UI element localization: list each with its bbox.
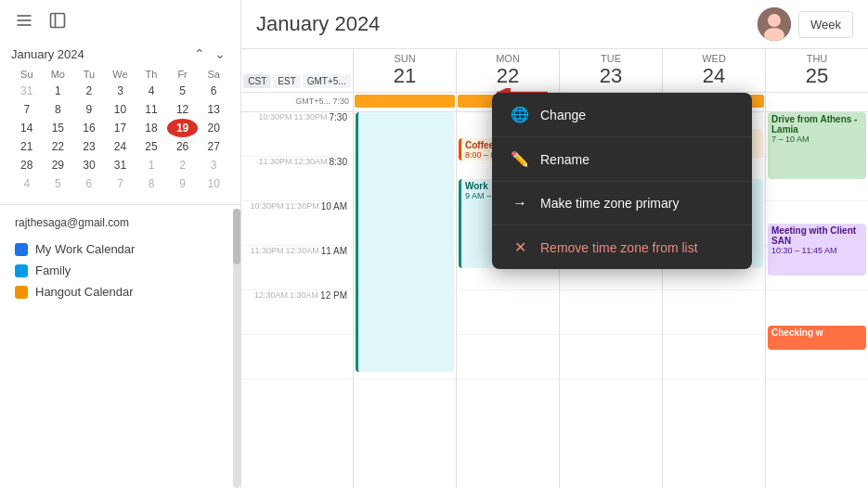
time-est-10: 12:30AM (286, 246, 319, 255)
event-checking[interactable]: Checking w (768, 326, 866, 350)
panel-toggle-button[interactable] (45, 7, 71, 33)
tz-cst-label[interactable]: CST (243, 74, 271, 88)
calendar-day-cell[interactable]: 28 (11, 156, 43, 174)
tz-est-label[interactable]: EST (273, 74, 300, 88)
mini-cal-title: January 2024 (11, 47, 84, 61)
calendar-day-cell[interactable]: 5 (43, 174, 74, 193)
time-gmt-11: 12 PM (320, 290, 347, 301)
calendar-day-cell[interactable]: 7 (105, 174, 136, 193)
event-sun-work[interactable] (356, 112, 454, 372)
calendar-week-row: 31123456 (11, 82, 229, 100)
day-number-label[interactable]: 22 (459, 64, 557, 88)
collapse-sidebar-button[interactable] (11, 7, 37, 33)
calendar-day-cell[interactable]: 4 (136, 82, 167, 100)
calendar-day-cell[interactable]: 2 (167, 156, 199, 174)
time-est-8: 12:30AM (294, 157, 328, 166)
time-est-11: 1:30AM (290, 290, 318, 300)
prev-month-button[interactable]: ⌃ (190, 45, 209, 63)
calendar-item[interactable]: Family (15, 260, 226, 281)
mini-cal-header: January 2024 ⌃ ⌄ (11, 45, 229, 63)
day-number-label[interactable]: 25 (768, 64, 866, 88)
day-number-label[interactable]: 21 (356, 64, 454, 88)
calendar-day-cell[interactable]: 14 (11, 119, 43, 137)
calendar-day-cell[interactable]: 22 (43, 137, 74, 156)
event-drive-athens[interactable]: Drive from Athens - Lamia 7 – 10 AM (768, 112, 866, 179)
calendar-day-cell[interactable]: 18 (136, 119, 167, 137)
calendar-day-cell[interactable]: 10 (198, 174, 229, 193)
calendar-day-cell[interactable]: 17 (105, 119, 136, 137)
event-meeting-client-san[interactable]: Meeting with Client SAN 10:30 – 11:45 AM (768, 224, 866, 276)
tz-gmt-label[interactable]: GMT+5... (303, 74, 351, 88)
calendar-day-cell[interactable]: 27 (198, 137, 229, 156)
context-menu-rename[interactable]: ✏️ Rename (492, 137, 752, 182)
calendar-day-cell[interactable]: 6 (73, 174, 105, 193)
calendar-day-cell[interactable]: 9 (167, 174, 199, 193)
calendar-day-cell[interactable]: 4 (11, 174, 43, 193)
svg-rect-0 (18, 15, 32, 17)
calendar-day-cell[interactable]: 19 (167, 119, 199, 137)
allday-thu (765, 93, 868, 111)
calendar-day-cell[interactable]: 15 (43, 119, 74, 137)
time-slot-1200 (241, 335, 353, 379)
calendar-day-cell[interactable]: 8 (43, 100, 74, 119)
next-month-button[interactable]: ⌄ (211, 45, 229, 63)
calendar-day-cell[interactable]: 21 (11, 137, 43, 156)
calendar-day-cell[interactable]: 24 (105, 137, 136, 156)
day-number-label[interactable]: 23 (562, 64, 660, 88)
sidebar-scroll[interactable]: rajthesaga@gmail.com My Work CalendarFam… (0, 209, 240, 488)
calendar-day-cell[interactable]: 6 (198, 82, 229, 100)
context-menu-make-primary[interactable]: → Make time zone primary (492, 182, 752, 225)
year-label: 2024 (334, 12, 380, 35)
calendar-label: My Work Calendar (35, 242, 135, 256)
avatar[interactable] (758, 7, 791, 41)
calendar-day-cell[interactable]: 29 (43, 156, 74, 174)
time-cst: 10:30PM (258, 112, 291, 122)
calendar-day-cell[interactable]: 7 (11, 100, 43, 119)
sidebar-email: rajthesaga@gmail.com (15, 216, 226, 229)
calendar-day-cell[interactable]: 25 (136, 137, 167, 156)
mini-cal-grid: SuMoTuWeThFrSa 3112345678910111213141516… (11, 67, 229, 193)
context-menu-change[interactable]: 🌐 Change (492, 93, 752, 137)
calendar-day-cell[interactable]: 5 (167, 82, 199, 100)
calendar-day-cell[interactable]: 31 (105, 156, 136, 174)
calendar-day-cell[interactable]: 3 (198, 156, 229, 174)
calendar-day-cell[interactable]: 23 (73, 137, 105, 156)
calendar-day-cell[interactable]: 3 (105, 82, 136, 100)
time-cst-10: 11:30PM (251, 246, 284, 255)
day-number-label[interactable]: 24 (665, 64, 763, 88)
cal-day-header: Th (136, 67, 167, 82)
calendar-day-cell[interactable]: 11 (136, 100, 167, 119)
week-view-button[interactable]: Week (798, 11, 853, 38)
calendar-day-cell[interactable]: 26 (167, 137, 199, 156)
calendar-day-cell[interactable]: 12 (167, 100, 199, 119)
calendar-day-cell[interactable]: 9 (73, 100, 105, 119)
calendar-item[interactable]: Hangout Calendar (15, 281, 226, 302)
day-col-header-25: THU25 (765, 49, 868, 92)
sidebar-top-icons (0, 0, 240, 41)
time-est: 11:30PM (294, 112, 328, 122)
calendar-day-cell[interactable]: 13 (198, 100, 229, 119)
calendar-day-cell[interactable]: 30 (73, 156, 105, 174)
day-name-label: SUN (356, 53, 454, 64)
context-menu-rename-label: Rename (540, 152, 589, 167)
calendar-day-cell[interactable]: 1 (43, 82, 74, 100)
day-col-header-23: TUE23 (559, 49, 662, 92)
cal-day-header: Tu (73, 67, 105, 82)
day-name-label: TUE (562, 53, 660, 64)
main-area: January 2024 Week CST EST GMT+5... SUN21… (241, 0, 868, 488)
globe-icon: 🌐 (511, 106, 529, 123)
calendar-day-cell[interactable]: 31 (11, 82, 43, 100)
calendar-day-cell[interactable]: 20 (198, 119, 229, 137)
calendar-day-cell[interactable]: 10 (105, 100, 136, 119)
pencil-icon: ✏️ (511, 150, 529, 168)
cal-day-header: Mo (43, 67, 74, 82)
calendar-day-cell[interactable]: 2 (73, 82, 105, 100)
calendar-day-cell[interactable]: 1 (136, 156, 167, 174)
calendar-day-cell[interactable]: 16 (73, 119, 105, 137)
mini-cal-nav: ⌃ ⌄ (190, 45, 229, 63)
calendar-item[interactable]: My Work Calendar (15, 238, 226, 260)
calendar-day-cell[interactable]: 8 (136, 174, 167, 193)
page-title: January 2024 (256, 12, 380, 36)
context-menu-remove[interactable]: ✕ Remove time zone from list (492, 225, 752, 269)
day-col-header-22: MON22 (456, 49, 559, 92)
